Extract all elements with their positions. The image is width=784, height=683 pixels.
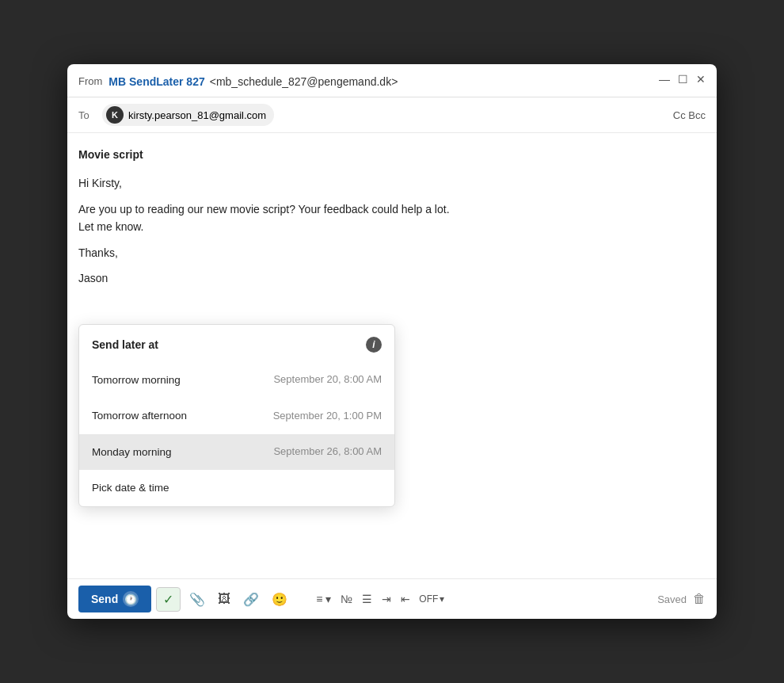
- toolbar-row: Send 🕐 ✓ 📎 🖼 🔗 🙂 ≡ ▾ № ☰ ⇥ ⇤ OFF ▾: [67, 578, 717, 619]
- toolbar-right: Saved 🗑: [657, 592, 706, 606]
- compose-body[interactable]: Movie script Hi Kirsty, Are you up to re…: [67, 133, 717, 578]
- format-group: ≡ ▾ № ☰ ⇥ ⇤: [312, 590, 414, 609]
- check-button[interactable]: ✓: [156, 587, 181, 612]
- from-email: <mb_schedule_827@pengemand.dk>: [210, 75, 398, 88]
- send-label: Send: [91, 593, 118, 605]
- link-button[interactable]: 🔗: [239, 589, 263, 610]
- link-icon: 🔗: [243, 592, 259, 607]
- body-text: Hi Kirsty, Are you up to reading our new…: [78, 174, 706, 287]
- to-label: To: [78, 109, 94, 121]
- to-chip[interactable]: K kirsty.pearson_81@gmail.com: [102, 104, 274, 126]
- check-icon: ✓: [163, 592, 173, 607]
- minimize-button[interactable]: —: [659, 74, 670, 85]
- option-label-tomorrow-morning: Tomorrow morning: [92, 372, 181, 389]
- unordered-list-button[interactable]: ☰: [358, 590, 376, 609]
- option-label-monday-morning: Monday morning: [92, 444, 172, 461]
- off-chevron: ▾: [440, 593, 444, 605]
- indent-button[interactable]: ⇥: [378, 590, 395, 609]
- send-later-popup: Send later at i Tomorrow morning Septemb…: [78, 324, 395, 507]
- body-line2: Are you up to reading our new movie scri…: [78, 203, 450, 216]
- body-thanks: Thanks,: [78, 244, 706, 261]
- cc-bcc-button[interactable]: Cc Bcc: [673, 109, 706, 121]
- emoji-button[interactable]: 🙂: [268, 589, 291, 610]
- body-line3: Let me know.: [78, 220, 144, 233]
- send-later-title: Send later at: [92, 336, 158, 353]
- saved-label: Saved: [657, 593, 687, 605]
- emoji-icon: 🙂: [272, 592, 287, 607]
- info-icon[interactable]: i: [366, 337, 382, 353]
- to-address: kirsty.pearson_81@gmail.com: [128, 109, 266, 121]
- outdent-button[interactable]: ⇤: [397, 590, 414, 609]
- close-button[interactable]: ✕: [696, 74, 706, 85]
- image-icon: 🖼: [218, 592, 230, 606]
- send-later-option-tomorrow-morning[interactable]: Tomorrow morning September 20, 8:00 AM: [79, 362, 394, 399]
- align-button[interactable]: ≡ ▾: [312, 590, 335, 609]
- option-date-monday-morning: September 26, 8:00 AM: [273, 444, 382, 460]
- body-greeting: Hi Kirsty,: [78, 174, 706, 192]
- delete-icon[interactable]: 🗑: [693, 592, 706, 606]
- send-later-option-pick-date[interactable]: Pick date & time: [79, 470, 394, 506]
- send-later-header: Send later at i: [79, 325, 394, 361]
- off-label: OFF: [419, 593, 438, 605]
- attach-button[interactable]: 📎: [185, 589, 209, 610]
- send-later-option-monday-morning[interactable]: Monday morning September 26, 8:00 AM: [79, 434, 394, 471]
- titlebar: From MB SendLater 827 <mb_schedule_827@p…: [67, 64, 717, 97]
- paperclip-icon: 📎: [189, 592, 205, 607]
- body-signature: Jason: [78, 269, 706, 287]
- from-name: MB SendLater 827: [108, 75, 204, 88]
- to-row: To K kirsty.pearson_81@gmail.com Cc Bcc: [67, 97, 717, 133]
- clock-icon: 🕐: [123, 591, 139, 607]
- compose-window: From MB SendLater 827 <mb_schedule_827@p…: [67, 64, 717, 619]
- off-toggle[interactable]: OFF ▾: [419, 593, 444, 605]
- send-button[interactable]: Send 🕐: [78, 586, 151, 612]
- option-label-pick-date: Pick date & time: [92, 479, 169, 497]
- maximize-button[interactable]: ☐: [678, 74, 688, 85]
- avatar: K: [106, 106, 124, 124]
- from-label: From: [78, 75, 102, 87]
- window-controls: — ☐ ✕: [659, 74, 706, 85]
- subject-line: Movie script: [78, 146, 706, 163]
- option-date-tomorrow-morning: September 20, 8:00 AM: [273, 372, 382, 388]
- image-button[interactable]: 🖼: [214, 589, 234, 609]
- option-date-tomorrow-afternoon: September 20, 1:00 PM: [273, 408, 382, 425]
- send-later-option-tomorrow-afternoon[interactable]: Tomorrow afternoon September 20, 1:00 PM: [79, 398, 394, 434]
- option-label-tomorrow-afternoon: Tomorrow afternoon: [92, 407, 187, 425]
- ordered-list-button[interactable]: №: [337, 590, 356, 609]
- body-paragraph: Are you up to reading our new movie scri…: [78, 200, 706, 236]
